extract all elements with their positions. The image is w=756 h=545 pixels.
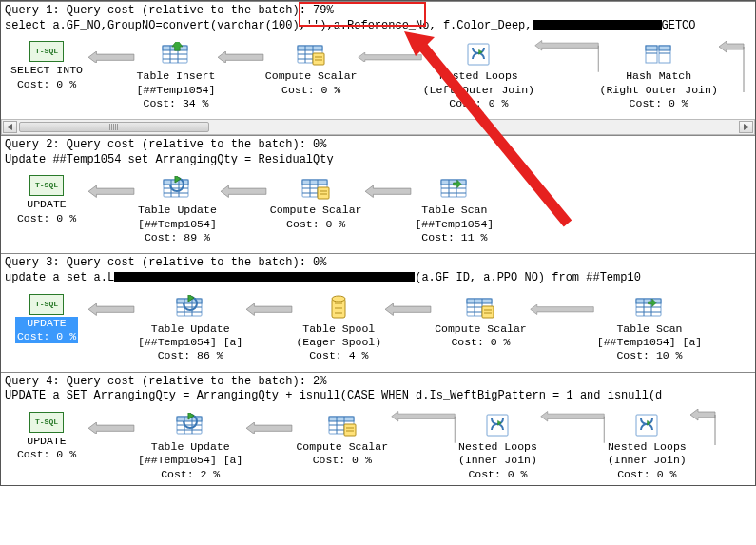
compute-scalar-icon <box>295 41 327 68</box>
query-3-block: Query 3: Query cost (relative to the bat… <box>1 253 755 371</box>
table-spool-icon <box>322 294 355 321</box>
tsql-icon: T-SQL <box>29 294 64 315</box>
hash-match-icon <box>643 41 675 68</box>
tsql-icon: T-SQL <box>29 412 64 433</box>
query-3-title: Query 3: Query cost (relative to the bat… <box>5 256 313 269</box>
query-1-plan[interactable]: T-SQL SELECT INTO Cost: 0 % Table Insert… <box>1 35 755 119</box>
plan-node-table-scan[interactable]: Table Scan [##Temp1054] [a] Cost: 10 % <box>597 294 702 363</box>
plan-node-update[interactable]: T-SQL UPDATE Cost: 0 % <box>9 175 85 225</box>
plan-arrow-icon <box>715 41 747 98</box>
table-scan-icon <box>438 175 471 202</box>
redaction <box>114 272 415 282</box>
plan-arrow-icon <box>537 412 608 444</box>
query-2-cost: 0% <box>313 138 326 151</box>
plan-arrow-icon <box>687 412 719 444</box>
query-1-cost: 79% <box>313 4 334 17</box>
plan-arrow-icon <box>527 294 597 326</box>
plan-node-table-spool[interactable]: Table Spool (Eager Spool) Cost: 4 % <box>296 294 381 363</box>
table-insert-icon <box>160 41 192 68</box>
table-update-icon <box>174 412 206 438</box>
plan-arrow-icon <box>532 41 602 73</box>
plan-node-update-selected[interactable]: T-SQL UPDATE Cost: 0 % <box>9 294 85 344</box>
tsql-icon: T-SQL <box>29 175 64 196</box>
table-scan-icon <box>633 294 666 321</box>
query-1-sql-a: select a.GF_NO,GroupNO=convert(varchar(1… <box>5 19 533 32</box>
plan-arrow-icon <box>242 294 296 326</box>
query-2-sql: Update ##Temp1054 set ArrangingQty = Res… <box>5 153 334 166</box>
compute-scalar-icon <box>300 175 332 202</box>
query-3-cost: 0% <box>313 256 326 269</box>
query-3-sql-a: update a set a.L <box>5 271 114 284</box>
plan-node-hash-match[interactable]: Hash Match (Right Outer Join) Cost: 0 % <box>602 41 715 110</box>
plan-arrow-icon <box>361 175 415 207</box>
query-1-sql-b: GETCO <box>662 19 696 32</box>
plan-node-nested-loops[interactable]: Nested Loops (Inner Join) Cost: 0 % <box>608 412 687 481</box>
plan-arrow-icon <box>214 41 267 73</box>
plan-arrow-icon <box>381 294 435 326</box>
query-1-header: Query 1: Query cost (relative to the bat… <box>1 2 755 35</box>
table-update-icon <box>174 294 206 321</box>
plan-node-compute-scalar[interactable]: Compute Scalar Cost: 0 % <box>267 41 355 97</box>
plan-node-compute-scalar[interactable]: Compute Scalar Cost: 0 % <box>296 412 388 468</box>
plan-node-compute-scalar[interactable]: Compute Scalar Cost: 0 % <box>270 175 362 231</box>
nested-loops-icon <box>462 41 494 68</box>
query-3-header: Query 3: Query cost (relative to the bat… <box>1 254 755 287</box>
compute-scalar-icon <box>464 294 496 321</box>
query-1-block: Query 1: Query cost (relative to the bat… <box>1 1 755 135</box>
plan-arrow-icon <box>355 41 425 73</box>
query-4-plan[interactable]: T-SQL UPDATE Cost: 0 % Table Update [##T… <box>1 406 755 485</box>
plan-arrow-icon <box>85 41 138 73</box>
tsql-icon: T-SQL <box>29 41 64 62</box>
plan-arrow-icon <box>85 412 138 444</box>
plan-arrow-icon <box>85 175 138 207</box>
plan-node-table-update[interactable]: Table Update [##Temp1054] Cost: 89 % <box>138 175 217 244</box>
nested-loops-icon <box>630 412 663 438</box>
query-1-title: Query 1: Query cost (relative to the bat… <box>5 4 313 17</box>
plan-node-table-scan[interactable]: Table Scan [##Temp1054] Cost: 11 % <box>415 175 494 244</box>
query-3-plan[interactable]: T-SQL UPDATE Cost: 0 % Table Update [##T… <box>1 288 755 372</box>
plan-node-nested-loops[interactable]: Nested Loops (Inner Join) Cost: 0 % <box>458 412 537 481</box>
query-2-block: Query 2: Query cost (relative to the bat… <box>1 135 755 253</box>
plan-node-table-insert[interactable]: Table Insert [##Temp1054] Cost: 34 % <box>138 41 214 110</box>
plan-node-table-update[interactable]: Table Update [##Temp1054] [a] Cost: 2 % <box>138 412 242 481</box>
query-4-title: Query 4: Query cost (relative to the bat… <box>5 375 313 388</box>
scroll-left-button[interactable] <box>3 121 17 133</box>
query-4-block: Query 4: Query cost (relative to the bat… <box>1 372 755 485</box>
nested-loops-icon <box>481 412 514 438</box>
plan-node-nested-loops[interactable]: Nested Loops (Left Outer Join) Cost: 0 % <box>425 41 532 110</box>
plan-arrow-icon <box>85 294 138 326</box>
query-4-header: Query 4: Query cost (relative to the bat… <box>1 373 755 406</box>
query-3-sql-b: (a.GF_ID, a.PPO_NO) from ##Temp10 <box>415 271 641 284</box>
plan-node-table-update[interactable]: Table Update [##Temp1054] [a] Cost: 86 % <box>138 294 242 363</box>
plan-arrow-icon <box>217 175 270 207</box>
plan-arrow-icon <box>388 412 458 444</box>
redaction <box>533 20 662 30</box>
query-2-title: Query 2: Query cost (relative to the bat… <box>5 138 313 151</box>
query-2-header: Query 2: Query cost (relative to the bat… <box>1 136 755 169</box>
query-4-sql: UPDATE a SET ArrangingQty = ArrangingQty… <box>5 389 662 402</box>
query-4-cost: 2% <box>313 375 326 388</box>
compute-scalar-icon <box>326 412 359 438</box>
plan-arrow-icon <box>242 412 296 444</box>
horizontal-scrollbar[interactable] <box>1 119 755 135</box>
plan-node-update[interactable]: T-SQL UPDATE Cost: 0 % <box>9 412 85 462</box>
query-2-plan[interactable]: T-SQL UPDATE Cost: 0 % Table Update [##T… <box>1 169 755 253</box>
scroll-right-button[interactable] <box>739 121 753 133</box>
plan-node-compute-scalar[interactable]: Compute Scalar Cost: 0 % <box>435 294 527 350</box>
plan-node-select-into[interactable]: T-SQL SELECT INTO Cost: 0 % <box>9 41 85 91</box>
scroll-thumb[interactable] <box>19 122 209 132</box>
table-update-icon <box>161 175 193 202</box>
